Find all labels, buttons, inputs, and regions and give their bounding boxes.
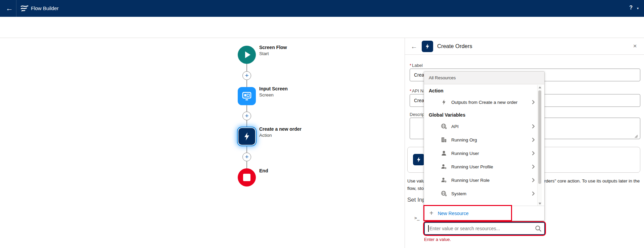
user-badge-icon: [441, 177, 447, 183]
error-message: Enter a value.: [424, 237, 451, 242]
dropdown-item-running-user-profile[interactable]: Running User Profile: [424, 160, 545, 173]
help-caret-icon[interactable]: ▾: [637, 6, 639, 10]
stop-icon: [243, 174, 250, 181]
user-badge-icon: [441, 164, 447, 170]
lightning-icon: [242, 132, 251, 141]
label-field-label: *Label: [410, 63, 423, 68]
screen-node[interactable]: [238, 87, 256, 105]
add-element-button-1[interactable]: +: [242, 71, 251, 80]
back-arrow-icon[interactable]: ←: [3, 3, 15, 14]
flow-builder-logo-icon: [20, 4, 29, 12]
chevron-right-icon: [532, 124, 535, 129]
play-icon: [245, 51, 250, 58]
scroll-up-icon[interactable]: [539, 86, 541, 88]
section-heading-action: Action: [424, 85, 545, 95]
dropdown-item-running-user-role[interactable]: Running User Role: [424, 173, 545, 187]
chevron-right-icon: [532, 178, 535, 182]
start-node-label: Screen Flow Start: [259, 45, 287, 56]
dropdown-item-system[interactable]: System: [424, 187, 545, 200]
org-icon: [441, 137, 447, 143]
dropdown-item-api[interactable]: API: [424, 120, 545, 133]
search-icon: [535, 225, 542, 232]
screen-node-label: Input Screen Screen: [259, 86, 288, 97]
plus-icon: +: [429, 209, 433, 217]
panel-title: Create Orders: [437, 43, 472, 49]
chevron-right-icon: [532, 164, 535, 169]
end-node[interactable]: [238, 168, 256, 187]
panel-back-arrow-icon[interactable]: ←: [410, 42, 418, 51]
section-heading-global-variables: Global Variables: [424, 109, 545, 120]
chevron-right-icon: [532, 137, 535, 142]
start-node[interactable]: [238, 46, 256, 64]
lightning-icon: [441, 99, 447, 105]
dropdown-header: All Resources: [424, 72, 544, 84]
globe-icon: [441, 123, 447, 129]
add-element-button-2[interactable]: +: [242, 112, 251, 120]
user-icon: [441, 150, 447, 156]
add-element-button-3[interactable]: +: [242, 153, 251, 161]
action-type-icon: [422, 41, 433, 52]
app-title: Flow Builder: [31, 5, 59, 11]
help-icon[interactable]: ?: [629, 5, 633, 11]
dropdown-item-running-user[interactable]: Running User: [424, 147, 545, 160]
action-node-selected[interactable]: [238, 127, 256, 146]
scroll-down-icon[interactable]: [539, 203, 541, 205]
navbar-divider: [16, 0, 16, 17]
chevron-right-icon: [532, 191, 535, 196]
terminal-input-icon: >_: [414, 215, 420, 220]
new-resource-button[interactable]: + New Resource: [424, 206, 545, 220]
panel-header: ← Create Orders ×: [405, 38, 644, 55]
resource-picker-dropdown: All Resources Action Outputs from Create…: [424, 71, 545, 221]
toolbar: ✓ Select Elements ↶ ↷ ⊘ ⚙ Auto-Layout ▾ …: [0, 17, 644, 38]
text-cursor: [428, 225, 429, 232]
close-icon[interactable]: ×: [631, 42, 639, 50]
top-navbar: ← Flow Builder ? ▾: [0, 0, 644, 17]
resource-search-annotation-outline: [423, 221, 546, 236]
flow-canvas[interactable]: Screen Flow Start + Input Screen Screen …: [0, 38, 405, 248]
dropdown-list: Action Outputs from Create a new order G…: [424, 85, 545, 206]
chevron-right-icon: [532, 151, 535, 156]
action-card-lightning-icon: [413, 154, 424, 165]
action-node-label: Create a new order Action: [259, 126, 302, 138]
dropdown-item-running-org[interactable]: Running Org: [424, 133, 545, 147]
scrollbar-thumb[interactable]: [538, 90, 541, 184]
globe-icon: [441, 191, 447, 197]
chevron-right-icon: [532, 100, 535, 105]
end-node-label: End: [259, 168, 268, 173]
dropdown-scrollbar[interactable]: [537, 85, 542, 206]
dropdown-item-outputs[interactable]: Outputs from Create a new order: [424, 95, 545, 109]
resource-search-input[interactable]: [424, 222, 545, 235]
screen-icon: [242, 91, 252, 101]
